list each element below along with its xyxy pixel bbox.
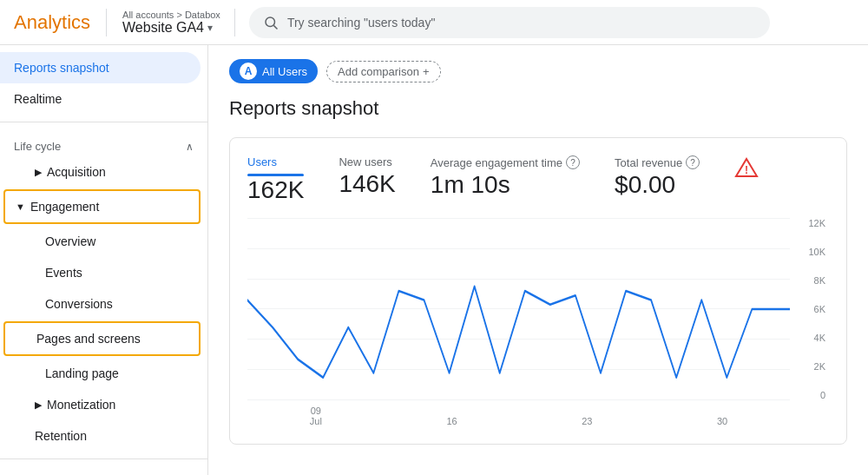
chevron-up-icon: ∧	[186, 141, 194, 153]
page-title: Reports snapshot	[229, 97, 847, 120]
search-icon	[263, 15, 279, 30]
filter-bar: A All Users Add comparison +	[229, 59, 847, 83]
header-logo-section: Analytics All accounts > Databox Website…	[14, 9, 235, 36]
svg-point-0	[266, 17, 275, 27]
sidebar-item-overview[interactable]: Overview	[0, 226, 201, 257]
main-content: A All Users Add comparison + Reports sna…	[208, 45, 868, 475]
sidebar-item-realtime-label: Realtime	[14, 92, 62, 106]
stats-card: Users 162K New users 146K Average engage…	[229, 137, 847, 445]
chart-area: 12K 10K 8K 6K 4K 2K 0 09 Jul 16	[247, 218, 829, 426]
expand-arrow-monetization-icon: ▶	[35, 399, 42, 411]
y-label: 8K	[814, 275, 825, 286]
plus-icon: +	[423, 65, 430, 78]
expand-arrow-icon: ▶	[35, 167, 42, 178]
y-label: 12K	[808, 218, 825, 228]
chart-svg-container	[247, 218, 790, 400]
x-label-group: 16	[446, 416, 457, 426]
stats-row: Users 162K New users 146K Average engage…	[247, 155, 829, 204]
stat-new-users-label: New users	[339, 155, 395, 168]
lifecycle-section[interactable]: Life cycle ∧	[0, 129, 207, 156]
sidebar-item-acquisition[interactable]: ▶ Acquisition	[0, 156, 201, 188]
sidebar-item-conversions[interactable]: Conversions	[0, 288, 201, 320]
app-header: Analytics All accounts > Databox Website…	[0, 0, 868, 45]
x-date-label: 30	[717, 416, 727, 426]
sidebar-divider	[0, 122, 207, 122]
sidebar-item-engagement[interactable]: ▼ Engagement	[3, 189, 201, 224]
y-label: 6K	[814, 304, 825, 314]
svg-line-1	[273, 25, 277, 29]
stat-new-users-value: 146K	[339, 170, 395, 198]
sidebar: Reports snapshot Realtime Life cycle ∧ ▶…	[0, 45, 208, 475]
analytics-logo: Analytics	[14, 11, 90, 34]
collapse-arrow-icon: ▼	[16, 201, 25, 212]
stat-users: Users 162K	[247, 155, 304, 204]
total-revenue-help-icon[interactable]: ?	[686, 155, 700, 169]
main-layout: Reports snapshot Realtime Life cycle ∧ ▶…	[0, 45, 868, 475]
y-label: 0	[820, 390, 825, 400]
avg-engagement-help-icon[interactable]: ?	[566, 155, 580, 169]
x-label-group: 09 Jul	[310, 406, 322, 426]
y-label: 2K	[814, 361, 825, 372]
stat-new-users: New users 146K	[339, 155, 395, 198]
x-label-group: 23	[582, 416, 592, 426]
account-name[interactable]: Website GA4 ▾	[122, 20, 220, 36]
stat-total-revenue: Total revenue ? $0.00	[615, 155, 700, 199]
sidebar-item-reports-label: Reports snapshot	[14, 61, 109, 75]
account-breadcrumb: All accounts > Databox	[122, 10, 220, 20]
chart-y-labels: 12K 10K 8K 6K 4K 2K 0	[808, 218, 829, 400]
add-comparison-label: Add comparison	[338, 65, 419, 78]
add-comparison-button[interactable]: Add comparison +	[326, 61, 441, 82]
stat-users-value: 162K	[247, 176, 304, 204]
chart-svg	[247, 218, 790, 400]
sidebar-item-landing-page[interactable]: Landing page	[0, 358, 201, 389]
sidebar-item-monetization[interactable]: ▶ Monetization	[0, 389, 201, 420]
stat-avg-engagement-value: 1m 10s	[431, 171, 580, 199]
x-date-label: 16	[446, 416, 457, 426]
account-selector[interactable]: All accounts > Databox Website GA4 ▾	[122, 10, 220, 36]
sidebar-item-retention[interactable]: Retention	[0, 420, 201, 452]
chevron-down-icon: ▾	[207, 22, 213, 34]
search-bar[interactable]: Try searching "users today"	[249, 7, 770, 38]
all-users-avatar: A	[240, 63, 257, 80]
warning-icon[interactable]: !	[734, 155, 759, 180]
svg-text:!: !	[745, 164, 748, 176]
y-label: 4K	[814, 333, 825, 343]
stat-total-revenue-label: Total revenue ?	[615, 155, 700, 169]
x-date-label: 09	[311, 406, 321, 416]
sidebar-item-pages-screens[interactable]: Pages and screens	[3, 321, 201, 356]
all-users-badge[interactable]: A All Users	[229, 59, 318, 83]
x-month-label: Jul	[310, 416, 322, 426]
user-section[interactable]: User ∨	[0, 466, 207, 475]
all-users-label: All Users	[262, 65, 307, 78]
sidebar-item-realtime[interactable]: Realtime	[0, 83, 201, 115]
stat-users-label: Users	[247, 155, 304, 168]
sidebar-item-reports-snapshot[interactable]: Reports snapshot	[0, 52, 201, 83]
sidebar-divider-2	[0, 459, 207, 459]
stat-avg-engagement-label: Average engagement time ?	[431, 155, 580, 169]
chart-x-labels: 09 Jul 16 23 30	[247, 400, 790, 426]
sidebar-item-events[interactable]: Events	[0, 257, 201, 288]
y-label: 10K	[808, 247, 825, 257]
stat-total-revenue-value: $0.00	[615, 171, 700, 199]
search-placeholder: Try searching "users today"	[287, 16, 436, 30]
stat-avg-engagement: Average engagement time ? 1m 10s	[431, 155, 580, 199]
x-date-label: 23	[582, 416, 592, 426]
x-label-group: 30	[717, 416, 727, 426]
